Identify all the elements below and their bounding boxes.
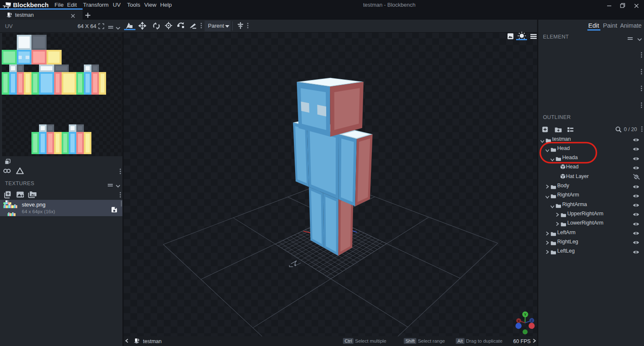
svg-text:Z: Z <box>531 319 533 323</box>
svg-text:Y: Y <box>524 312 527 317</box>
svg-text:X: X <box>517 319 520 323</box>
